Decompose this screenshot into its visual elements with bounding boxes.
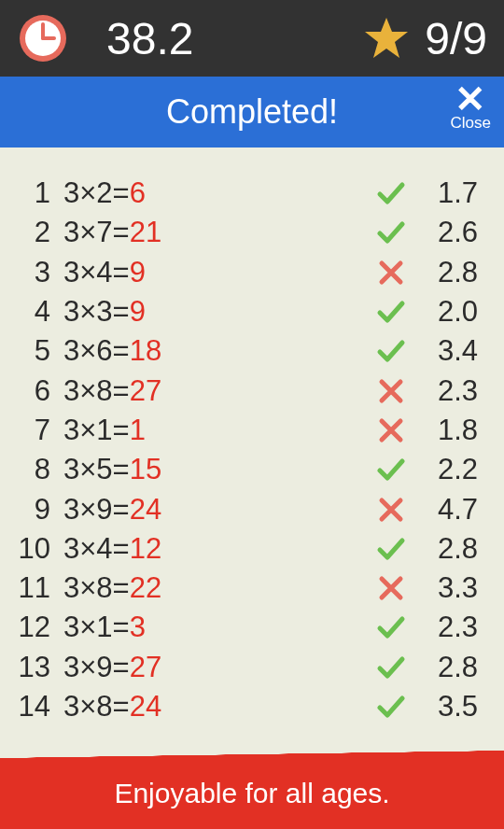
- row-number: 1: [15, 176, 63, 210]
- row-expression: 3×9=: [63, 651, 130, 684]
- cross-icon: [370, 377, 413, 405]
- row-time: 3.5: [413, 690, 478, 724]
- result-row: 73×1=11.8: [15, 411, 478, 450]
- close-label: Close: [451, 114, 491, 133]
- check-icon: [370, 177, 413, 209]
- row-number: 5: [15, 334, 63, 368]
- result-row: 133×9=272.8: [15, 648, 478, 687]
- row-number: 8: [15, 453, 63, 486]
- result-row: 33×4=92.8: [15, 253, 478, 292]
- row-number: 6: [15, 374, 63, 408]
- cross-icon: [370, 259, 413, 287]
- row-time: 1.8: [413, 414, 478, 447]
- check-icon: [370, 335, 413, 367]
- row-expression: 3×3=: [63, 295, 130, 329]
- row-answer: 6: [130, 176, 146, 210]
- row-expression: 3×4=: [63, 532, 130, 566]
- completed-title: Completed!: [166, 92, 338, 132]
- row-answer: 12: [130, 532, 161, 566]
- star-icon: [363, 15, 410, 62]
- results-list: 13×2=61.723×7=212.633×4=92.843×3=92.053×…: [0, 148, 504, 758]
- close-button[interactable]: ✕ Close: [451, 82, 491, 133]
- result-row: 103×4=122.8: [15, 529, 478, 569]
- row-time: 2.2: [413, 453, 478, 486]
- completed-bar: Completed! ✕ Close: [0, 77, 504, 148]
- row-expression: 3×8=: [63, 571, 130, 605]
- top-bar: 38.2 9/9: [0, 0, 504, 77]
- row-answer: 27: [130, 651, 161, 684]
- row-answer: 18: [130, 334, 161, 368]
- row-time: 2.8: [413, 651, 478, 684]
- cross-icon: [370, 574, 413, 602]
- clock-icon: [17, 12, 69, 64]
- row-number: 2: [15, 216, 63, 249]
- row-number: 10: [15, 532, 63, 566]
- row-expression: 3×1=: [63, 611, 130, 644]
- row-answer: 27: [130, 374, 161, 408]
- row-time: 3.3: [413, 571, 478, 605]
- row-expression: 3×1=: [63, 414, 130, 447]
- row-number: 7: [15, 414, 63, 447]
- row-answer: 24: [130, 493, 161, 527]
- row-answer: 24: [130, 690, 161, 724]
- check-icon: [370, 296, 413, 328]
- result-row: 113×8=223.3: [15, 569, 478, 608]
- row-answer: 21: [130, 216, 161, 249]
- row-time: 2.8: [413, 532, 478, 566]
- row-number: 11: [15, 571, 63, 605]
- row-expression: 3×6=: [63, 334, 130, 368]
- row-answer: 22: [130, 571, 161, 605]
- row-expression: 3×5=: [63, 453, 130, 486]
- row-time: 2.3: [413, 374, 478, 408]
- row-answer: 15: [130, 453, 161, 486]
- row-expression: 3×9=: [63, 493, 130, 527]
- row-time: 2.3: [413, 611, 478, 644]
- row-expression: 3×4=: [63, 256, 130, 289]
- result-row: 53×6=183.4: [15, 331, 478, 371]
- check-icon: [370, 533, 413, 565]
- check-icon: [370, 611, 413, 643]
- row-number: 13: [15, 651, 63, 684]
- row-answer: 9: [130, 256, 146, 289]
- row-number: 12: [15, 611, 63, 644]
- result-row: 43×3=92.0: [15, 292, 478, 331]
- check-icon: [370, 691, 413, 723]
- check-icon: [370, 454, 413, 485]
- row-number: 4: [15, 295, 63, 329]
- check-icon: [370, 217, 413, 248]
- row-answer: 9: [130, 295, 146, 329]
- row-expression: 3×8=: [63, 690, 130, 724]
- close-icon: ✕: [451, 82, 491, 116]
- row-time: 2.0: [413, 295, 478, 329]
- row-time: 2.8: [413, 256, 478, 289]
- total-time: 38.2: [106, 13, 193, 64]
- row-answer: 1: [130, 414, 146, 447]
- result-row: 23×7=212.6: [15, 213, 478, 252]
- result-row: 83×5=152.2: [15, 450, 478, 489]
- row-expression: 3×7=: [63, 216, 130, 249]
- result-row: 93×9=244.7: [15, 489, 478, 528]
- row-time: 3.4: [413, 334, 478, 368]
- svg-marker-4: [365, 18, 408, 58]
- row-time: 1.7: [413, 176, 478, 210]
- result-row: 143×8=243.5: [15, 687, 478, 726]
- row-number: 14: [15, 690, 63, 724]
- row-expression: 3×8=: [63, 374, 130, 408]
- row-expression: 3×2=: [63, 176, 130, 210]
- cross-icon: [370, 416, 413, 444]
- check-icon: [370, 652, 413, 683]
- row-answer: 3: [130, 611, 146, 644]
- row-number: 3: [15, 256, 63, 289]
- result-row: 13×2=61.7: [15, 174, 478, 213]
- score-count: 9/9: [425, 13, 487, 64]
- cross-icon: [370, 496, 413, 524]
- row-time: 2.6: [413, 216, 478, 249]
- row-time: 4.7: [413, 493, 478, 527]
- footer-text: Enjoyable for all ages.: [114, 778, 389, 809]
- result-row: 123×1=32.3: [15, 608, 478, 647]
- row-number: 9: [15, 493, 63, 527]
- result-row: 63×8=272.3: [15, 371, 478, 410]
- footer-banner[interactable]: Enjoyable for all ages.: [0, 758, 504, 829]
